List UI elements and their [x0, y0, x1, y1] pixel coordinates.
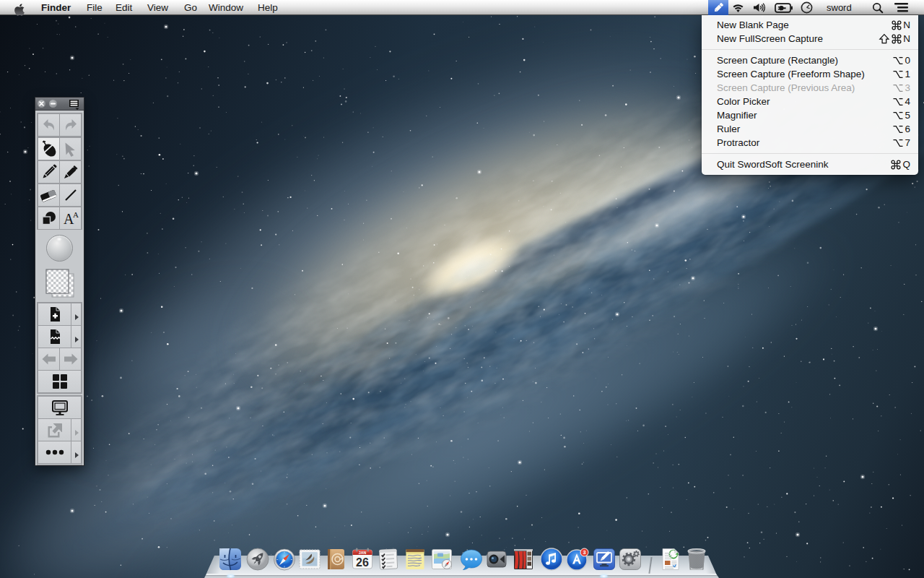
svg-text:JAN: JAN — [359, 551, 367, 555]
svg-text:26: 26 — [356, 556, 369, 569]
svg-text:3: 3 — [583, 549, 585, 556]
svg-text:A: A — [73, 210, 79, 219]
